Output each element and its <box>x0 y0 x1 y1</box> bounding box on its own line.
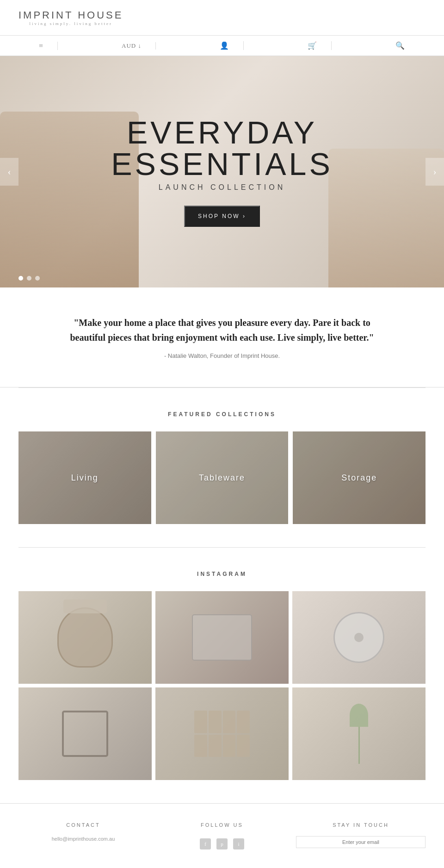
pinterest-icon[interactable]: p <box>216 838 228 849</box>
hero-title: EVERYDAY ESSENTIALS <box>111 117 333 180</box>
slider-next-button[interactable]: › <box>426 158 444 186</box>
currency-label: AUD ↓ <box>122 42 142 50</box>
plant-decoration <box>340 704 377 764</box>
footer-newsletter: STAY IN TOUCH <box>296 822 426 849</box>
logo-subtitle: living simply. living better <box>18 21 123 26</box>
wood-item <box>237 711 250 733</box>
wood-item <box>194 711 207 733</box>
wood-item <box>237 735 250 757</box>
contact-email[interactable]: hello@imprinthouse.com.au <box>18 836 148 842</box>
wood-item <box>209 735 222 757</box>
chevron-right-icon: › <box>433 167 437 177</box>
facebook-icon[interactable]: f <box>200 838 211 849</box>
follow-heading: FOLLOW US <box>157 822 287 828</box>
wire-decoration <box>62 711 108 757</box>
chevron-left-icon: ‹ <box>8 167 11 177</box>
instagram-post-6[interactable] <box>292 687 426 780</box>
instagram-post-4[interactable] <box>18 687 152 780</box>
instagram-post-2[interactable] <box>155 591 289 684</box>
collection-tableware[interactable]: Tableware <box>156 431 289 524</box>
collection-tableware-label: Tableware <box>199 473 245 483</box>
wood-decoration <box>194 711 250 757</box>
instagram-title: INSTAGRAM <box>18 571 426 577</box>
hero-background: EVERYDAY ESSENTIALS LAUNCH COLLECTION SH… <box>0 56 444 287</box>
instagram-grid <box>18 591 426 780</box>
instagram-post-1[interactable] <box>18 591 152 684</box>
instagram-post-3[interactable] <box>292 591 426 684</box>
wood-item <box>209 711 222 733</box>
social-links: f p i <box>157 838 287 849</box>
search-icon: 🔍 <box>395 41 405 50</box>
footer-contact: CONTACT hello@imprinthouse.com.au <box>18 822 148 849</box>
currency-selector[interactable]: AUD ↓ <box>108 42 156 50</box>
instagram-section: INSTAGRAM <box>0 548 444 803</box>
slider-dot-3[interactable] <box>35 276 40 281</box>
plant-stem <box>358 727 360 764</box>
site-footer: CONTACT hello@imprinthouse.com.au FOLLOW… <box>0 803 444 868</box>
featured-title: FEATURED COLLECTIONS <box>18 411 426 418</box>
newsletter-heading: STAY IN TOUCH <box>296 822 426 828</box>
collection-living-label: Living <box>71 473 99 483</box>
site-header: IMPRINT HOUSE living simply. living bett… <box>0 0 444 56</box>
collections-grid: Living Tableware Storage <box>18 431 426 524</box>
slider-dot-2[interactable] <box>27 276 31 281</box>
search-button[interactable]: 🔍 <box>382 41 419 50</box>
navbar: ≡ AUD ↓ 👤 🛒 🔍 <box>0 35 444 56</box>
featured-collections: FEATURED COLLECTIONS Living Tableware St… <box>0 388 444 547</box>
instagram-post-5[interactable] <box>155 687 289 780</box>
account-icon: 👤 <box>220 41 229 50</box>
wood-item <box>223 735 236 757</box>
basket-decoration <box>57 607 113 668</box>
newsletter-input[interactable] <box>296 836 426 848</box>
cart-button[interactable]: 🛒 <box>294 41 332 50</box>
collection-storage-label: Storage <box>341 473 377 483</box>
slider-dots <box>18 276 40 281</box>
contact-heading: CONTACT <box>18 822 148 828</box>
footer-follow: FOLLOW US f p i <box>157 822 287 849</box>
slider-dot-1[interactable] <box>18 276 23 281</box>
slider-prev-button[interactable]: ‹ <box>0 158 18 186</box>
hero-subtitle: LAUNCH COLLECTION <box>111 183 333 192</box>
hero-content: EVERYDAY ESSENTIALS LAUNCH COLLECTION SH… <box>111 117 333 227</box>
hero-slider: EVERYDAY ESSENTIALS LAUNCH COLLECTION SH… <box>0 56 444 287</box>
quote-text: "Make your home a place that gives you p… <box>56 315 388 345</box>
menu-icon: ≡ <box>39 42 43 50</box>
cart-icon: 🛒 <box>308 41 317 50</box>
instagram-icon[interactable]: i <box>233 838 244 849</box>
shop-now-button[interactable]: SHOP NOW › <box>184 206 260 227</box>
logo-title: IMPRINT HOUSE <box>18 9 123 21</box>
wood-item <box>223 711 236 733</box>
menu-button[interactable]: ≡ <box>25 42 58 50</box>
plate-decoration <box>333 612 384 663</box>
account-button[interactable]: 👤 <box>206 41 244 50</box>
bed-decoration <box>192 614 252 661</box>
plant-leaf <box>350 704 368 727</box>
logo[interactable]: IMPRINT HOUSE living simply. living bett… <box>18 9 123 26</box>
collection-storage[interactable]: Storage <box>293 431 426 524</box>
quote-section: "Make your home a place that gives you p… <box>0 287 444 387</box>
wood-item <box>194 735 207 757</box>
quote-author: - Natalie Walton, Founder of Imprint Hou… <box>56 352 388 359</box>
collection-living[interactable]: Living <box>18 431 151 524</box>
